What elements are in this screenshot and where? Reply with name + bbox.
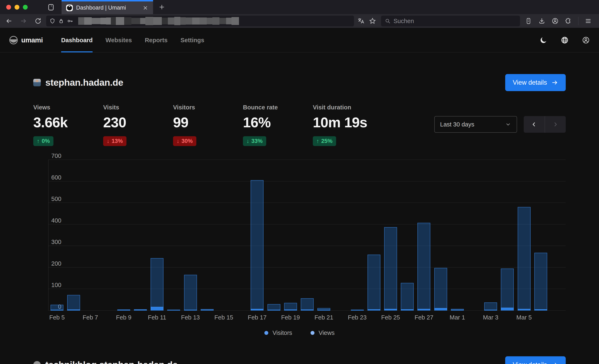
x-axis-label: Feb 11 (148, 314, 166, 321)
bar-visitors-feb-21[interactable] (317, 310, 330, 311)
legend-item-visitors[interactable]: Visitors (264, 329, 292, 336)
bar-visitors-feb-17[interactable] (251, 309, 264, 311)
bar-visitors-feb-27[interactable] (417, 309, 430, 311)
nav-item-reports[interactable]: Reports (145, 28, 168, 52)
umami-favicon-icon (66, 5, 73, 11)
stat-visits: Visits230↓13% (103, 104, 173, 146)
y-axis-label: 400 (51, 217, 61, 224)
bar-visitors-feb-28[interactable] (434, 308, 447, 311)
bar-visitors-feb-9[interactable] (117, 310, 130, 311)
bar-visitors-feb-6[interactable] (67, 310, 80, 311)
stat-value: 230 (103, 114, 173, 130)
browser-tab-active[interactable]: Dashboard | Umami (62, 0, 153, 14)
bar-visitors-feb-20[interactable] (301, 310, 314, 311)
bar-views-feb-26[interactable] (401, 283, 414, 311)
stats-row: Views3.66k↑0%Visits230↓13%Visitors99↓30%… (33, 104, 566, 146)
website-favicon (33, 79, 41, 86)
lock-icon[interactable] (58, 18, 64, 24)
bar-visitors-feb-19[interactable] (284, 310, 297, 311)
bar-visitors-mar-3[interactable] (484, 310, 497, 311)
bar-visitors-feb-11[interactable] (150, 307, 163, 311)
bar-visitors-feb-10[interactable] (134, 310, 147, 311)
url-bar[interactable] (46, 16, 354, 27)
legend-item-views[interactable]: Views (310, 329, 335, 336)
device-panel-icon[interactable] (525, 18, 532, 25)
bar-views-feb-28[interactable] (434, 268, 447, 311)
y-axis-label: 700 (51, 152, 61, 159)
legend-label: Visitors (273, 329, 292, 336)
bar-views-mar-6[interactable] (534, 253, 547, 311)
bar-visitors-feb-12[interactable] (167, 310, 180, 311)
tab-close-icon[interactable] (142, 5, 149, 11)
x-axis-label: Feb 5 (49, 314, 65, 321)
profile-icon[interactable] (582, 36, 590, 44)
chart-plot-area[interactable]: 0100200300400500600700Feb 5Feb 7Feb 9Feb… (48, 160, 566, 311)
new-tab-button[interactable] (158, 3, 166, 11)
view-details-label-second: View details (513, 361, 547, 364)
website-title-second: technikblog.stephan-hadan.de (45, 359, 178, 364)
zoom-window-button[interactable] (23, 5, 28, 9)
bar-visitors-feb-23[interactable] (351, 310, 364, 311)
shield-icon[interactable] (50, 18, 55, 24)
bookmark-star-icon[interactable] (369, 18, 376, 25)
key-icon[interactable] (67, 18, 73, 24)
y-axis-label: 100 (51, 282, 61, 288)
bar-visitors-feb-13[interactable] (184, 310, 197, 311)
bar-views-mar-4[interactable] (501, 268, 514, 311)
next-period-button[interactable] (545, 116, 566, 133)
bar-visitors-mar-1[interactable] (451, 310, 464, 311)
bar-views-feb-17[interactable] (251, 180, 264, 311)
extensions-icon[interactable] (565, 18, 572, 25)
legend-dot-icon (310, 331, 315, 335)
reload-icon[interactable] (35, 18, 42, 25)
date-range-select[interactable]: Last 30 days (434, 116, 517, 133)
close-window-button[interactable] (6, 5, 11, 9)
legend-dot-icon (264, 331, 268, 335)
bar-visitors-feb-25[interactable] (384, 309, 397, 311)
nav-item-dashboard[interactable]: Dashboard (61, 28, 93, 52)
y-axis-label: 300 (51, 239, 61, 245)
menu-icon[interactable] (585, 18, 592, 25)
bar-views-mar-3[interactable] (484, 302, 497, 311)
bar-visitors-mar-4[interactable] (501, 308, 514, 311)
bar-views-feb-6[interactable] (67, 295, 80, 311)
sidebar-toggle-icon[interactable] (47, 3, 55, 11)
chevron-left-icon (531, 121, 537, 127)
view-details-button-second[interactable]: View details (505, 356, 566, 364)
previous-period-button[interactable] (524, 116, 545, 133)
forward-icon[interactable] (20, 18, 27, 25)
bar-views-feb-24[interactable] (368, 255, 380, 311)
bar-views-feb-25[interactable] (384, 227, 397, 311)
bar-views-feb-13[interactable] (184, 275, 197, 311)
bar-views-mar-5[interactable] (518, 207, 531, 311)
stat-label: Visit duration (313, 104, 383, 111)
x-axis-label: Feb 25 (381, 314, 400, 321)
minimize-window-button[interactable] (15, 5, 19, 9)
bar-visitors-feb-18[interactable] (267, 310, 280, 311)
back-icon[interactable] (5, 18, 12, 25)
bar-visitors-feb-24[interactable] (368, 309, 380, 311)
bar-visitors-feb-5[interactable] (51, 310, 63, 311)
language-globe-icon[interactable] (561, 36, 569, 44)
stat-label: Views (33, 104, 103, 111)
nav-item-settings[interactable]: Settings (181, 28, 204, 52)
bar-visitors-feb-26[interactable] (401, 309, 414, 311)
bar-visitors-mar-5[interactable] (518, 309, 531, 311)
y-axis-label: 600 (51, 174, 61, 181)
search-placeholder: Suchen (394, 18, 414, 25)
bar-visitors-mar-6[interactable] (534, 309, 547, 311)
search-input[interactable]: Suchen (381, 16, 520, 27)
umami-brand[interactable]: umami (9, 36, 43, 44)
bar-views-feb-27[interactable] (417, 223, 430, 311)
bar-views-feb-20[interactable] (301, 298, 314, 311)
translate-icon[interactable] (357, 18, 364, 25)
theme-moon-icon[interactable] (539, 36, 547, 44)
stat-change-value: 25% (321, 138, 333, 144)
umami-logo-icon (9, 36, 18, 44)
view-details-button[interactable]: View details (505, 74, 566, 91)
bar-visitors-feb-14[interactable] (201, 310, 214, 311)
nav-item-websites[interactable]: Websites (106, 28, 132, 52)
downloads-icon[interactable] (538, 18, 545, 25)
account-icon[interactable] (552, 18, 559, 25)
bar-views-feb-11[interactable] (150, 258, 163, 311)
